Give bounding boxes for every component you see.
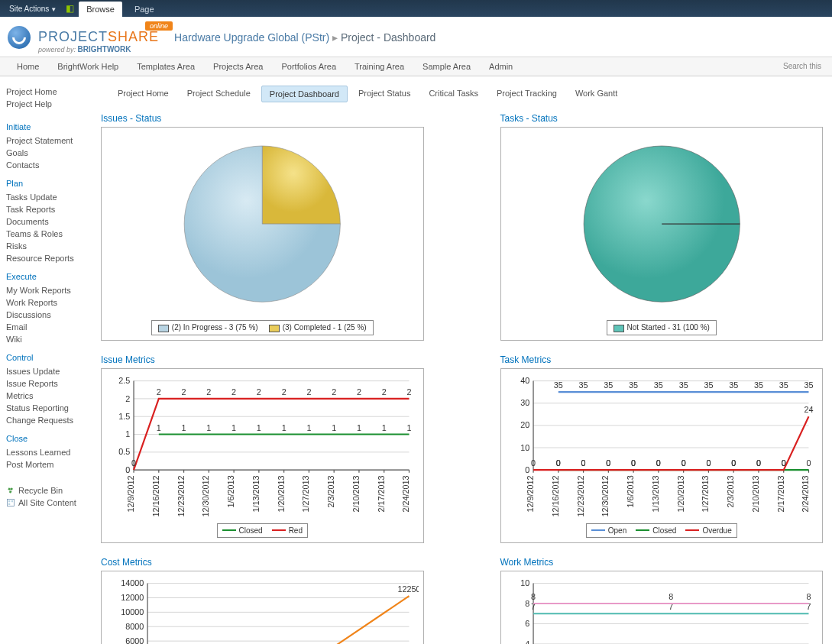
sub-tabs: Project HomeProject ScheduleProject Dash… [101, 76, 823, 108]
sidebar-link[interactable]: Lessons Learned [6, 446, 86, 458]
chart-cost-metrics: 02000400060008000100001200014000Dec/2012… [101, 571, 424, 644]
svg-text:1: 1 [382, 422, 387, 432]
svg-text:8: 8 [525, 599, 529, 608]
logo-icon [8, 26, 31, 49]
sidebar-section-header: Plan [6, 179, 86, 188]
svg-text:10000: 10000 [121, 607, 144, 616]
top-nav-link[interactable]: Projects Area [204, 57, 272, 76]
site-actions-menu[interactable]: Site Actions▼ [5, 3, 61, 15]
svg-text:1: 1 [182, 422, 186, 432]
chart-legend: Not Started - 31 (100 %) [607, 320, 717, 335]
svg-text:0: 0 [606, 458, 610, 468]
nav-up-icon[interactable]: ◧ [66, 3, 74, 14]
svg-text:1/13/2013: 1/13/2013 [650, 475, 659, 512]
logo-word-project: PROJECT [38, 29, 108, 44]
breadcrumb-separator-icon: ▸ [332, 31, 338, 44]
sidebar-link[interactable]: Risks [6, 240, 86, 252]
sidebar-link[interactable]: Metrics [6, 390, 86, 402]
sidebar-link[interactable]: Work Reports [6, 296, 86, 309]
svg-text:0: 0 [125, 464, 130, 474]
top-nav-link[interactable]: Portfolios Area [272, 57, 345, 76]
top-nav-link[interactable]: Home [8, 57, 48, 76]
all-site-content-link[interactable]: All Site Content [6, 497, 86, 509]
sidebar-link[interactable]: Project Help [6, 98, 86, 110]
chart-legend: (2) In Progress - 3 (75 %) (3) Completed… [151, 320, 374, 335]
sidebar-link[interactable]: Email [6, 321, 86, 333]
ribbon-bar: Site Actions▼ ◧ Browse Page [0, 0, 832, 17]
top-nav-link[interactable]: Sample Area [413, 57, 480, 76]
sidebar-link[interactable]: Task Reports [6, 203, 86, 215]
svg-text:1/27/2013: 1/27/2013 [301, 475, 310, 512]
svg-rect-2 [11, 500, 13, 502]
sub-tab[interactable]: Project Status [351, 86, 418, 102]
top-nav: HomeBrightWork HelpTemplates AreaProject… [0, 57, 832, 76]
sidebar-link[interactable]: Project Home [6, 86, 86, 98]
svg-text:2: 2 [406, 387, 411, 396]
svg-text:2/10/2013: 2/10/2013 [750, 475, 759, 512]
sidebar-link[interactable]: Teams & Roles [6, 228, 86, 240]
chevron-down-icon: ▼ [50, 6, 57, 13]
svg-text:12000: 12000 [121, 593, 144, 602]
svg-text:1/20/2013: 1/20/2013 [277, 475, 286, 512]
sub-tab[interactable]: Project Dashboard [261, 86, 348, 102]
svg-text:2.5: 2.5 [118, 376, 130, 385]
svg-text:8: 8 [669, 592, 673, 601]
recycle-bin-link[interactable]: Recycle Bin [6, 484, 86, 497]
panel-work-metrics: Work Metrics 0246810Dec/2012Jan/2013Feb/… [500, 557, 824, 644]
sidebar-link[interactable]: Project Statement [6, 134, 86, 147]
tab-page[interactable]: Page [127, 2, 162, 17]
sub-tab[interactable]: Project Home [110, 86, 176, 102]
sidebar-link[interactable]: Post Mortem [6, 458, 86, 471]
top-nav-link[interactable]: Training Area [345, 57, 413, 76]
search-box-label[interactable]: Search this [780, 57, 824, 76]
svg-text:1: 1 [231, 422, 236, 432]
svg-text:10: 10 [520, 442, 529, 451]
svg-text:1: 1 [157, 422, 161, 432]
chart-tasks-status: Not Started - 31 (100 %) [500, 127, 824, 341]
sidebar-link[interactable]: Documents [6, 215, 86, 228]
tab-browse[interactable]: Browse [79, 2, 122, 17]
svg-text:40: 40 [520, 376, 529, 385]
sub-tab[interactable]: Project Tracking [489, 86, 565, 102]
svg-text:2/3/2013: 2/3/2013 [726, 475, 735, 507]
sidebar-link[interactable]: Resource Reports [6, 252, 86, 264]
legend-item: Closed [222, 526, 263, 535]
svg-rect-1 [8, 500, 10, 502]
sidebar-link[interactable]: Change Requests [6, 414, 86, 426]
sidebar-link[interactable]: Issues Update [6, 365, 86, 377]
top-nav-link[interactable]: Admin [480, 57, 522, 76]
sidebar-link[interactable]: Issue Reports [6, 377, 86, 390]
sidebar-section-header: Close [6, 434, 86, 443]
sidebar-link[interactable]: Goals [6, 147, 86, 159]
sidebar-link[interactable]: Wiki [6, 333, 86, 345]
powered-by-label: powered by: [38, 46, 76, 53]
sidebar-link[interactable]: Contacts [6, 159, 86, 171]
sidebar-link[interactable]: Tasks Update [6, 191, 86, 203]
sidebar-link[interactable]: Status Reporting [6, 402, 86, 414]
svg-text:30: 30 [520, 398, 529, 407]
svg-text:2: 2 [231, 387, 236, 396]
top-nav-link[interactable]: BrightWork Help [48, 57, 128, 76]
sidebar-link[interactable]: My Work Reports [6, 284, 86, 296]
legend-item-completed: (3) Completed - 1 (25 %) [269, 323, 367, 332]
svg-text:24: 24 [804, 405, 813, 414]
top-nav-link[interactable]: Templates Area [128, 57, 204, 76]
svg-text:12/23/2012: 12/23/2012 [176, 475, 186, 516]
sub-tab[interactable]: Critical Tasks [421, 86, 486, 102]
svg-text:35: 35 [678, 380, 688, 390]
sidebar-link[interactable]: Discussions [6, 309, 86, 321]
title-area: online PROJECTSHARE powered by: BRIGHTWO… [0, 17, 832, 57]
svg-text:12/16/2012: 12/16/2012 [151, 475, 160, 516]
svg-text:35: 35 [629, 380, 638, 390]
legend-item: Open [591, 526, 626, 535]
svg-text:12250: 12250 [397, 584, 418, 594]
breadcrumb-project-link[interactable]: Hardware Upgrade Global (PStr) [174, 31, 329, 44]
svg-text:8: 8 [806, 592, 811, 601]
svg-text:2/17/2013: 2/17/2013 [775, 475, 785, 512]
chart-work-metrics: 0246810Dec/2012Jan/2013Feb/2013777333888… [500, 571, 824, 644]
sub-tab[interactable]: Work Gantt [568, 86, 625, 102]
legend-item: Red [272, 526, 303, 535]
sub-tab[interactable]: Project Schedule [180, 86, 258, 102]
svg-text:2: 2 [157, 387, 161, 396]
legend-item-inprogress: (2) In Progress - 3 (75 %) [158, 323, 258, 332]
